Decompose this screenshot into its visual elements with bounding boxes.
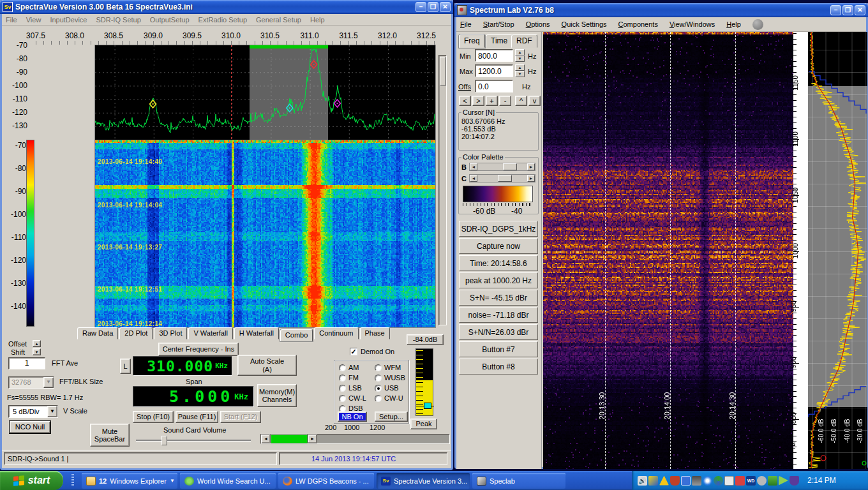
- menu-options[interactable]: Options: [526, 20, 550, 28]
- scroll-thumb[interactable]: [271, 434, 308, 443]
- schedule-icon[interactable]: [724, 476, 734, 486]
- tab-rdf[interactable]: RDF: [511, 34, 537, 48]
- shield-icon[interactable]: [670, 476, 680, 486]
- menu-extradio-setup[interactable]: ExtRadio Setup: [198, 16, 247, 24]
- menu-help[interactable]: Help: [726, 20, 741, 28]
- minimize-icon[interactable]: –: [830, 5, 841, 15]
- mode-am[interactable]: AM: [339, 364, 359, 371]
- vscale-dropdown-icon[interactable]: ▼: [47, 406, 57, 417]
- tray-icon[interactable]: [714, 476, 723, 486]
- s-plus-n-button[interactable]: S+N= -45.15 dBr: [459, 290, 538, 306]
- clock[interactable]: 2:14 PM: [807, 476, 836, 485]
- capture-now-button[interactable]: Capture now: [459, 238, 538, 254]
- nav-right-button[interactable]: >: [472, 96, 484, 106]
- snr-button[interactable]: S+N/N=26.03 dBr: [459, 324, 538, 340]
- meter-marker[interactable]: [424, 403, 431, 409]
- memory-channels-button[interactable]: Memory(M)Channels: [257, 384, 297, 407]
- menu-quick-settings[interactable]: Quick Settings: [562, 20, 607, 28]
- tab-time[interactable]: Time: [486, 34, 513, 48]
- tab-freq[interactable]: Freq: [459, 34, 485, 48]
- l-button[interactable]: L: [120, 359, 131, 374]
- menu-view[interactable]: View: [26, 16, 41, 24]
- vscale-select[interactable]: 5 dB/Div ▼: [8, 405, 58, 418]
- nav-up-button[interactable]: ^: [515, 96, 527, 106]
- close-icon[interactable]: ✕: [855, 5, 865, 15]
- contrast-slider[interactable]: ◄►: [469, 174, 535, 182]
- menu-help[interactable]: Help: [310, 16, 325, 24]
- mode-wusb[interactable]: WUSB: [375, 374, 405, 382]
- menu-view-windows[interactable]: View/Windows: [670, 20, 715, 28]
- noise-button[interactable]: noise= -71.18 dBr: [459, 307, 538, 323]
- tab-phase[interactable]: Phase: [360, 327, 390, 339]
- maximize-icon[interactable]: ❐: [428, 2, 438, 12]
- menu-sdriq-setup[interactable]: SDR-IQ Setup: [96, 16, 140, 24]
- preset-button[interactable]: SDR-IQ_DGPS_1kHz: [459, 221, 538, 237]
- button-8[interactable]: Button #8: [459, 359, 538, 375]
- tab-v-waterfall[interactable]: V Waterfall: [188, 327, 232, 339]
- max-spinner[interactable]: ▲▼: [515, 64, 525, 77]
- task-spectravue[interactable]: Sv SpectraVue Version 3...: [377, 473, 470, 489]
- display-icon[interactable]: [681, 476, 691, 486]
- task-windows-explorer[interactable]: 12Windows Explorer ▼: [82, 473, 177, 489]
- tray-icon[interactable]: [648, 476, 658, 486]
- nav-plus-button[interactable]: +: [486, 96, 498, 106]
- tray-icon[interactable]: [779, 476, 788, 486]
- mode-lsb[interactable]: LSB: [339, 384, 362, 392]
- mode-fm[interactable]: FM: [339, 374, 359, 382]
- menu-start-stop[interactable]: Start/Stop: [483, 20, 514, 28]
- spectravue-titlebar[interactable]: Sv SpectraVue Version 3.00 Beta 16 Spect…: [0, 0, 453, 14]
- nco-null-button[interactable]: NCO Null: [10, 421, 50, 433]
- tab-combo[interactable]: Combo: [280, 329, 313, 341]
- volume-icon[interactable]: 🔊: [638, 476, 647, 486]
- volume-slider-track[interactable]: [136, 440, 251, 442]
- warning-icon[interactable]: [659, 476, 669, 486]
- fft-ave-input[interactable]: 1: [8, 357, 45, 369]
- tab-h-waterfall[interactable]: H Waterfall: [234, 327, 279, 339]
- auto-scale-button[interactable]: Auto Scale(A): [237, 355, 297, 376]
- chevron-down-icon[interactable]: ▼: [170, 478, 175, 484]
- task-lw-dgps-beacons[interactable]: LW DGPS Beacons - ...: [278, 473, 374, 489]
- scroll-right-icon[interactable]: ►: [308, 434, 317, 443]
- center-frequency-button[interactable]: Center Frequency - Ins: [158, 343, 239, 356]
- close-icon[interactable]: ✕: [440, 2, 451, 12]
- tab-raw-data[interactable]: Raw Data: [77, 327, 118, 339]
- start-button[interactable]: start: [0, 471, 63, 490]
- mute-button[interactable]: MuteSpaceBar: [90, 424, 130, 447]
- tab-2d-plot[interactable]: 2D Plot: [119, 327, 153, 339]
- task-speclab[interactable]: Speclab: [472, 473, 565, 489]
- volume-slider-thumb[interactable]: [161, 436, 167, 445]
- pause-button[interactable]: Pause (F11): [176, 411, 218, 423]
- shift-down-button[interactable]: ▾: [33, 348, 41, 355]
- menu-file[interactable]: File: [6, 16, 17, 24]
- menu-file[interactable]: File: [460, 20, 472, 28]
- mode-cwu[interactable]: CW-U: [375, 394, 403, 402]
- offset-up-button[interactable]: ▴: [33, 340, 41, 347]
- scroll-left-icon[interactable]: ◄: [261, 434, 271, 443]
- offs-input[interactable]: 0.0: [475, 80, 513, 93]
- peak-button[interactable]: Peak: [410, 419, 437, 429]
- nav-minus-button[interactable]: -: [499, 96, 511, 106]
- peak-freq-button[interactable]: peak at 1000.20 Hz: [459, 272, 538, 288]
- menu-outputsetup[interactable]: OutputSetup: [150, 16, 190, 24]
- nav-left-button[interactable]: <: [459, 96, 471, 106]
- maximize-icon[interactable]: ❐: [842, 5, 853, 15]
- waterfall-plot[interactable]: [94, 140, 436, 328]
- level-slider-track[interactable]: [438, 55, 447, 325]
- network-offline-icon[interactable]: [735, 476, 745, 486]
- start-button[interactable]: Start (F12): [220, 411, 261, 423]
- min-spinner[interactable]: ▲▼: [515, 49, 525, 62]
- tab-3d-plot[interactable]: 3D Plot: [154, 327, 187, 339]
- menu-components[interactable]: Components: [618, 20, 658, 28]
- sl-spectrum-graph[interactable]: [808, 32, 867, 469]
- menu-general-setup[interactable]: General Setup: [256, 16, 301, 24]
- level-slider-thumb[interactable]: [440, 57, 445, 86]
- max-input[interactable]: 1200.0: [475, 64, 513, 77]
- wd-drive-icon[interactable]: WD: [746, 476, 756, 486]
- mode-wfm[interactable]: WFM: [375, 364, 401, 371]
- button-7[interactable]: Button #7: [459, 341, 538, 357]
- spectrumlab-titlebar[interactable]: Spectrum Lab V2.76 b8 – ❐ ✕: [454, 3, 868, 17]
- nb-on-button[interactable]: NB On: [338, 412, 367, 422]
- stop-button[interactable]: Stop (F10): [133, 411, 174, 423]
- nav-down-button[interactable]: v: [528, 96, 541, 106]
- brightness-slider[interactable]: ◄►: [469, 163, 535, 171]
